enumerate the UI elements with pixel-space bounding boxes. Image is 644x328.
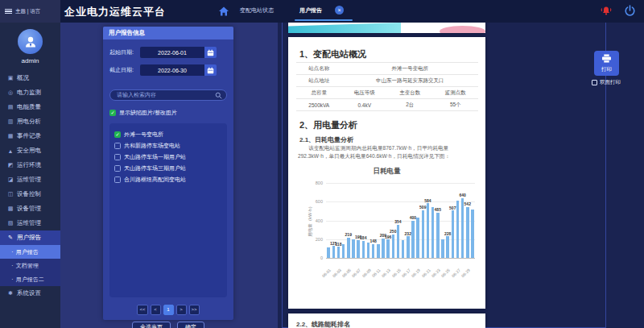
- confirm-button[interactable]: 确定: [177, 322, 204, 328]
- show-images-checkbox[interactable]: ✓: [109, 110, 116, 116]
- station-checkbox[interactable]: [114, 176, 121, 183]
- x-tick-text: 06-03: [331, 268, 341, 278]
- bar-value-label: 148: [369, 239, 376, 243]
- sidebar-item-ops-management-2[interactable]: ▧运维管理: [0, 216, 60, 230]
- duplex-print-checkbox[interactable]: [592, 80, 597, 85]
- x-tick-text: 06-11: [371, 268, 382, 278]
- x-tick-text: 06-05: [341, 268, 352, 278]
- sidebar-item-label: 设备管理: [17, 205, 41, 213]
- pagination-button[interactable]: >>: [189, 305, 200, 315]
- start-date-input[interactable]: [140, 47, 204, 58]
- station-checkbox-row[interactable]: 天山路停车场三期用户站: [114, 163, 222, 174]
- sidebar-item-device-management[interactable]: ▩设备管理: [0, 201, 60, 216]
- bar: [416, 218, 419, 258]
- y-tick-label: 400: [294, 218, 323, 223]
- x-tick-label: 06-21: [387, 260, 427, 267]
- bar: [452, 210, 455, 258]
- gridline: [326, 201, 475, 202]
- sidebar-item-settings[interactable]: ✱系统设置: [0, 286, 60, 301]
- end-date-calendar-icon[interactable]: [204, 64, 217, 76]
- hamburger-menu-icon[interactable]: [5, 9, 12, 15]
- sidebar-subitem-label: 用户报告二: [16, 276, 44, 284]
- sidebar-item-usage-analysis[interactable]: ▥用电分析: [0, 114, 60, 129]
- chart-title: 日耗电量: [288, 167, 485, 176]
- sidebar-item-label: 概况: [17, 74, 29, 82]
- sidebar-item-device-control[interactable]: ◫设备控制: [0, 187, 60, 201]
- bar: [471, 210, 474, 258]
- sidebar-subitem[interactable]: ·文档管理: [0, 259, 60, 272]
- x-tick-label: 06-25: [407, 260, 448, 267]
- theme-language-label[interactable]: 主题 | 语言: [15, 8, 40, 15]
- report-page-1: 1、变配电站概况 站点名称 外滩一号变电所 站点地址 中山东一路与延安东路交叉口…: [288, 37, 485, 309]
- station-checkbox-row[interactable]: 天山路停车场一期用户站: [114, 152, 222, 163]
- end-date-input[interactable]: [140, 64, 204, 76]
- x-tick-text: 06-23: [431, 268, 441, 278]
- bar-value-label: 507: [449, 206, 456, 210]
- sidebar-item-safe-power[interactable]: ▲安全用电: [0, 143, 60, 158]
- report-page-2: 2.2、线路能耗排名: [288, 313, 485, 328]
- sidebar-item-ops-management[interactable]: ◪运维管理: [0, 172, 60, 187]
- report-preview-area: 1、变配电站概况 站点名称 外滩一号变电所 站点地址 中山东一路与延安东路交叉口…: [278, 23, 644, 328]
- station-checkbox[interactable]: [114, 154, 121, 160]
- bar-value-label: 190: [355, 235, 361, 239]
- station-checkbox[interactable]: ✓: [114, 131, 121, 138]
- gridline: [326, 183, 475, 184]
- pagination-button[interactable]: <<: [137, 305, 147, 315]
- duplex-print-row[interactable]: 双面打印: [592, 79, 621, 86]
- station-label: 合川路枢纽高配间变电站: [124, 176, 186, 184]
- section21-title: 2.1、日耗电量分析: [299, 135, 353, 144]
- station-label: 天山路停车场一期用户站: [124, 153, 186, 161]
- station-checkbox-row[interactable]: 合川路枢纽高配间变电站: [114, 174, 222, 185]
- y-tick-label: 200: [294, 237, 323, 242]
- sidebar-item-label: 运行环境: [17, 161, 41, 169]
- bar-value-label: 209: [380, 233, 386, 238]
- section1-title: 1、变配电站概况: [299, 48, 366, 60]
- print-button-label: 打印: [601, 66, 612, 73]
- sidebar-item-overview[interactable]: ▣概况: [0, 71, 60, 85]
- search-input[interactable]: [109, 89, 227, 101]
- station-checkbox-row[interactable]: ✓外滩一号变电所: [114, 129, 222, 140]
- x-tick-label: 06-17: [368, 260, 408, 267]
- search-icon: [215, 88, 222, 102]
- pagination-button[interactable]: 1: [163, 305, 174, 315]
- theme-language-menu[interactable]: 主题 | 语言: [0, 0, 60, 23]
- station-info-table: 站点名称 外滩一号变电所 站点地址 中山东一路与延安东路交叉口 总容量 电压等级…: [296, 62, 478, 111]
- bar: [446, 236, 449, 258]
- ops-management-2-icon: ▧: [7, 220, 14, 226]
- station-checkbox[interactable]: [114, 165, 121, 172]
- sidebar-item-label: 运维管理: [17, 176, 41, 184]
- show-images-checkbox-row[interactable]: ✓ 显示缺陷图片/整改图片: [109, 109, 227, 117]
- bar: [377, 244, 380, 258]
- sidebar-item-power-quality[interactable]: ▤电能质量: [0, 100, 60, 114]
- table-row: 总容量 电压等级 主变台数 监测点数: [296, 87, 478, 99]
- start-date-calendar-icon[interactable]: [204, 47, 217, 58]
- station-checkbox[interactable]: [114, 143, 121, 149]
- sidebar-item-environment[interactable]: ◩运行环境: [0, 158, 60, 172]
- sidebar-item-power-monitoring[interactable]: ◎电力监测: [0, 85, 60, 100]
- bar: [427, 203, 430, 258]
- bar-value-label: 640: [459, 193, 465, 197]
- alarm-bell-icon[interactable]: [599, 5, 613, 18]
- tab-substation-status[interactable]: 变配电站状态: [240, 6, 274, 15]
- tab-user-report[interactable]: 用户报告: [299, 6, 322, 15]
- station-checkbox-row[interactable]: 共和新路停车场变电站: [114, 140, 222, 152]
- sidebar-item-event-log[interactable]: ▦事件记录: [0, 129, 60, 143]
- power-monitoring-icon: ◎: [7, 89, 14, 96]
- tab-close-icon[interactable]: ×: [335, 6, 344, 15]
- pagination-button[interactable]: >: [176, 305, 187, 315]
- sidebar-subitem[interactable]: ·用户报告: [0, 245, 60, 259]
- pagination: <<<1>>>: [109, 305, 227, 315]
- y-tick-label: 600: [294, 199, 323, 204]
- sidebar-item-user-report[interactable]: ✎用户报告: [0, 230, 60, 245]
- end-date-label: 截止日期:: [109, 66, 140, 74]
- usage-analysis-icon: ▥: [7, 118, 14, 125]
- pagination-button[interactable]: <: [151, 305, 161, 315]
- select-all-page-button[interactable]: 全选当页: [132, 322, 171, 328]
- cover-teal-decoration: [288, 23, 401, 33]
- logout-power-icon[interactable]: [623, 4, 637, 18]
- bar: [441, 239, 444, 258]
- home-icon[interactable]: [217, 5, 230, 18]
- sidebar-subitem[interactable]: ·用户报告二: [0, 272, 60, 286]
- next-section-title: 2.2、线路能耗排名: [296, 320, 350, 328]
- print-button[interactable]: 打印: [594, 51, 619, 76]
